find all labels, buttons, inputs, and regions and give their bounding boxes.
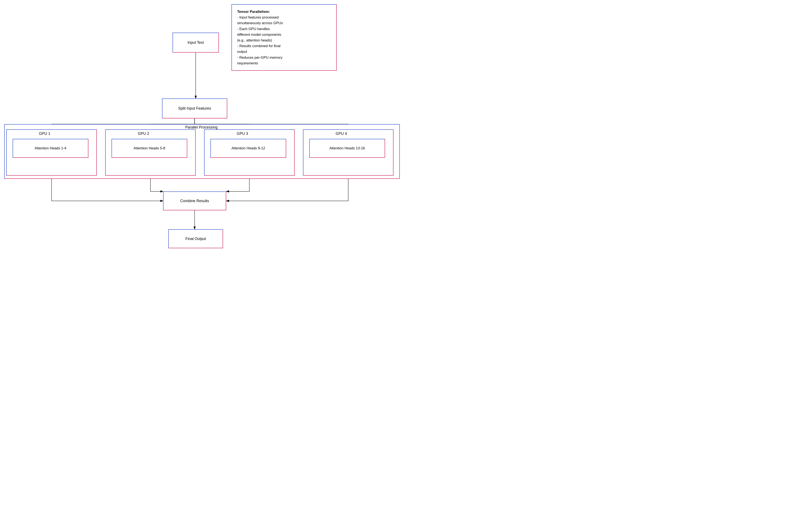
gpu3-label: GPU 3 bbox=[237, 131, 248, 136]
info-box: Tensor Parallelism: - Input features pro… bbox=[232, 4, 337, 71]
gpu1-label: GPU 1 bbox=[39, 131, 50, 136]
split-input-box: Split Input Features bbox=[162, 98, 227, 118]
split-input-label: Split Input Features bbox=[178, 106, 211, 111]
info-line-1: - Input features processedsimultaneously… bbox=[237, 15, 283, 65]
gpu4-attention-box: Attention Heads 13-16 bbox=[309, 139, 385, 158]
gpu2-label: GPU 2 bbox=[138, 131, 149, 136]
gpu2-attention-label: Attention Heads 5-8 bbox=[134, 146, 165, 150]
gpu1-attention-label: Attention Heads 1-4 bbox=[35, 146, 66, 150]
diagram-container: Tensor Parallelism: - Input features pro… bbox=[0, 0, 404, 266]
combine-results-box: Combine Results bbox=[163, 191, 226, 210]
parallel-processing-label: Parallel Processing bbox=[185, 125, 218, 130]
final-output-label: Final Output bbox=[185, 237, 206, 241]
gpu2-attention-box: Attention Heads 5-8 bbox=[111, 139, 187, 158]
gpu3-attention-label: Attention Heads 9-12 bbox=[232, 146, 265, 150]
gpu1-attention-box: Attention Heads 1-4 bbox=[13, 139, 88, 158]
gpu3-attention-box: Attention Heads 9-12 bbox=[210, 139, 286, 158]
input-text-label: Input Text bbox=[187, 40, 204, 45]
info-title: Tensor Parallelism: bbox=[237, 10, 270, 14]
input-text-box: Input Text bbox=[172, 33, 219, 53]
gpu4-label: GPU 4 bbox=[336, 131, 347, 136]
gpu4-attention-label: Attention Heads 13-16 bbox=[329, 146, 365, 150]
combine-results-label: Combine Results bbox=[180, 199, 209, 203]
final-output-box: Final Output bbox=[168, 229, 223, 248]
